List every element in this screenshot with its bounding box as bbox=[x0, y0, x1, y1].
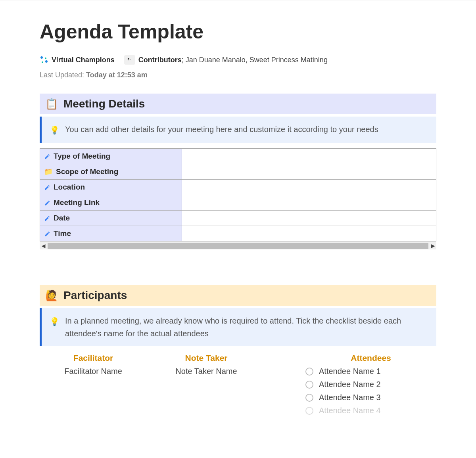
last-updated-value: Today at 12:53 am bbox=[86, 71, 148, 79]
detail-label: Scope of Meeting bbox=[56, 167, 118, 176]
lightbulb-icon: 💡 bbox=[50, 315, 60, 328]
detail-label-cell: Meeting Link bbox=[40, 195, 182, 211]
detail-label: Date bbox=[54, 214, 70, 222]
attendee-name[interactable]: Attendee Name 3 bbox=[319, 393, 381, 402]
page-title: Agenda Template bbox=[40, 20, 436, 43]
table-row: Location bbox=[40, 180, 436, 195]
detail-label: Location bbox=[54, 183, 85, 192]
attendee-item: Attendee Name 3 bbox=[305, 393, 381, 402]
attendee-checkbox[interactable] bbox=[305, 381, 313, 389]
horizontal-scrollbar[interactable]: ◀ ▶ bbox=[40, 242, 436, 249]
detail-label-cell: Type of Meeting bbox=[40, 149, 182, 164]
attendee-item: Attendee Name 4 bbox=[305, 406, 381, 415]
detail-label-cell: Location bbox=[40, 180, 182, 195]
notetaker-value[interactable]: Note Taker Name bbox=[175, 367, 237, 376]
contributors-item[interactable]: ᯤ Contributors; Jan Duane Manalo, Sweet … bbox=[124, 55, 328, 65]
scroll-left-icon[interactable]: ◀ bbox=[40, 242, 47, 249]
contributors-label: Contributors bbox=[138, 56, 182, 64]
attendee-item: Attendee Name 2 bbox=[305, 380, 381, 389]
folder-icon: 📁 bbox=[44, 168, 53, 175]
pencil-icon bbox=[44, 215, 50, 221]
lightbulb-icon: 💡 bbox=[50, 124, 60, 136]
section-heading-participants: Participants bbox=[63, 289, 127, 302]
participants-grid: Facilitator Facilitator Name Note Taker … bbox=[40, 353, 436, 419]
clipboard-icon: 📋 bbox=[45, 99, 58, 109]
attendee-name[interactable]: Attendee Name 4 bbox=[319, 406, 381, 415]
pencil-icon bbox=[44, 184, 50, 190]
attendee-item: Attendee Name 1 bbox=[305, 367, 381, 376]
attendee-name[interactable]: Attendee Name 2 bbox=[319, 380, 381, 389]
attendee-checkbox[interactable] bbox=[305, 368, 313, 376]
section-header-details: 📋 Meeting Details bbox=[40, 94, 436, 114]
table-row: Type of Meeting bbox=[40, 149, 436, 164]
notetaker-heading: Note Taker bbox=[185, 353, 228, 363]
detail-label: Type of Meeting bbox=[54, 152, 110, 161]
table-row: Meeting Link bbox=[40, 195, 436, 211]
facilitator-heading: Facilitator bbox=[73, 353, 113, 363]
people-icon: ᯤ bbox=[124, 55, 135, 65]
section-heading-details: Meeting Details bbox=[63, 98, 145, 110]
detail-label: Meeting Link bbox=[54, 198, 100, 207]
attendees-heading: Attendees bbox=[305, 353, 436, 363]
attendee-checkbox[interactable] bbox=[305, 394, 313, 402]
pencil-icon bbox=[44, 230, 50, 237]
table-row: 📁Scope of Meeting bbox=[40, 164, 436, 180]
scroll-right-icon[interactable]: ▶ bbox=[429, 242, 436, 249]
detail-value-cell[interactable] bbox=[182, 226, 436, 241]
detail-value-cell[interactable] bbox=[182, 164, 436, 180]
spacer bbox=[40, 249, 436, 285]
detail-label-cell: Date bbox=[40, 211, 182, 226]
attendee-checkbox[interactable] bbox=[305, 407, 313, 415]
detail-label-cell: 📁Scope of Meeting bbox=[40, 164, 182, 180]
org-name: Virtual Champions bbox=[52, 56, 115, 64]
callout-text-participants: In a planned meeting, we already know wh… bbox=[65, 314, 428, 340]
detail-value-cell[interactable] bbox=[182, 211, 436, 226]
section-header-participants: 🙋 Participants bbox=[40, 285, 436, 306]
meta-row: Virtual Champions ᯤ Contributors; Jan Du… bbox=[40, 55, 436, 65]
notetaker-column: Note Taker Note Taker Name bbox=[147, 353, 266, 419]
org-logo-icon bbox=[40, 56, 48, 64]
table-row: Date bbox=[40, 211, 436, 226]
detail-value-cell[interactable] bbox=[182, 195, 436, 211]
org-item[interactable]: Virtual Champions bbox=[40, 56, 115, 64]
attendees-column: Attendees Attendee Name 1Attendee Name 2… bbox=[266, 353, 436, 419]
attendee-name[interactable]: Attendee Name 1 bbox=[319, 367, 381, 376]
detail-value-cell[interactable] bbox=[182, 149, 436, 164]
detail-label-cell: Time bbox=[40, 226, 182, 241]
last-updated: Last Updated: Today at 12:53 am bbox=[40, 71, 436, 79]
facilitator-column: Facilitator Facilitator Name bbox=[40, 353, 147, 419]
raised-hand-icon: 🙋 bbox=[45, 290, 58, 301]
detail-value-cell[interactable] bbox=[182, 180, 436, 195]
pencil-icon bbox=[44, 153, 50, 159]
facilitator-value[interactable]: Facilitator Name bbox=[64, 367, 122, 376]
document-container: Agenda Template Virtual Champions ᯤ Cont… bbox=[0, 0, 476, 435]
callout-details: 💡 You can add other details for your mee… bbox=[40, 117, 436, 143]
scrollbar-track[interactable] bbox=[48, 243, 428, 249]
callout-participants: 💡 In a planned meeting, we already know … bbox=[40, 308, 436, 346]
contributors-names: ; Jan Duane Manalo, Sweet Princess Matin… bbox=[182, 56, 328, 64]
callout-text-details: You can add other details for your meeti… bbox=[65, 123, 378, 136]
detail-label: Time bbox=[54, 229, 71, 238]
table-row: Time bbox=[40, 226, 436, 241]
details-table: Type of Meeting📁Scope of MeetingLocation… bbox=[40, 148, 436, 241]
pencil-icon bbox=[44, 199, 50, 206]
last-updated-label: Last Updated: bbox=[40, 71, 84, 79]
